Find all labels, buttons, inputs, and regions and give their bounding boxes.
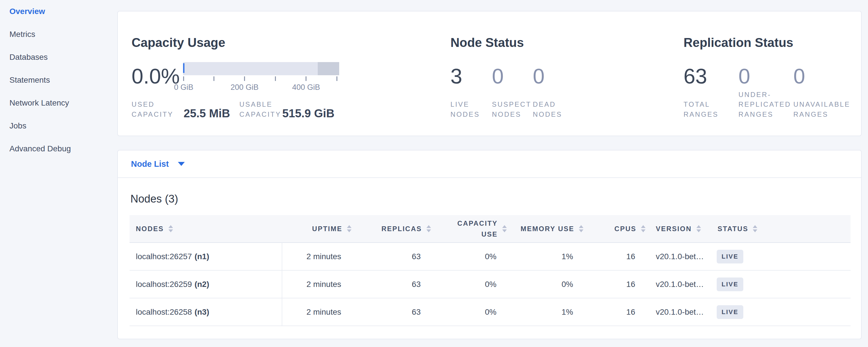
cpus-cell: 16 <box>583 298 646 326</box>
unavailable-ranges-label-line2: RANGES <box>793 111 828 118</box>
table-row-node-3[interactable]: localhost:26258(n3) 2 minutes 63 0% 1% 1… <box>129 298 850 326</box>
dead-nodes-label-line2: NODES <box>533 111 562 118</box>
used-capacity-label-line1: USED <box>131 100 155 108</box>
axis-label-200gib: 200 GiB <box>230 83 258 92</box>
sort-icon <box>641 225 646 232</box>
capacity-usage-title: Capacity Usage <box>131 35 225 50</box>
status-cell: LIVE <box>707 270 850 298</box>
cpus-cell: 16 <box>583 243 646 270</box>
sort-icon <box>347 225 351 232</box>
column-label-version: VERSION <box>656 225 692 233</box>
version-cell: v20.1.0-bet… <box>646 298 707 326</box>
column-header-nodes[interactable]: NODES <box>129 215 282 243</box>
capacity-usage-bar: 0 GiB 200 GiB 400 GiB <box>183 62 339 92</box>
sort-icon <box>579 225 583 232</box>
capacity-bar-track <box>183 62 339 75</box>
replication-status-title: Replication Status <box>684 35 793 50</box>
suspect-nodes-label-line2: NODES <box>492 111 521 118</box>
capacity-use-cell: 0% <box>431 270 507 298</box>
capacity-used-percent: 0.0% <box>131 66 180 87</box>
column-header-memory-use[interactable]: MEMORY USE <box>507 215 583 243</box>
live-nodes-label-line1: LIVE <box>451 100 469 108</box>
table-header-row: NODES UPTIME REPLICAS <box>129 215 850 243</box>
node-address: localhost:26257 <box>136 252 192 261</box>
sidebar-item-statements[interactable]: Statements <box>9 69 71 92</box>
sort-icon <box>502 225 507 232</box>
sidebar-item-network-latency[interactable]: Network Latency <box>9 92 71 115</box>
live-nodes-label: LIVE NODES <box>451 99 480 120</box>
unavailable-ranges-label: UNAVAILABLE RANGES <box>793 99 850 120</box>
replicas-cell: 63 <box>351 298 431 326</box>
dead-nodes-label-line1: DEAD <box>533 100 556 108</box>
suspect-nodes-label: SUSPECT NODES <box>492 99 531 120</box>
column-label-status: STATUS <box>718 225 748 233</box>
axis-tick <box>306 76 307 81</box>
status-badge: LIVE <box>717 278 743 291</box>
column-label-nodes: NODES <box>136 225 164 233</box>
node-address-cell[interactable]: localhost:26257(n1) <box>129 243 282 270</box>
total-ranges-label: TOTAL RANGES <box>684 99 718 120</box>
live-nodes-count: 3 <box>451 66 462 87</box>
column-header-uptime[interactable]: UPTIME <box>282 215 351 243</box>
sidebar-nav: Overview Metrics Databases Statements Ne… <box>9 0 71 160</box>
sidebar-item-advanced-debug[interactable]: Advanced Debug <box>9 137 71 160</box>
table-row-node-2[interactable]: localhost:26259(n2) 2 minutes 63 0% 0% 1… <box>129 270 850 298</box>
sidebar-item-metrics[interactable]: Metrics <box>9 23 71 46</box>
node-address-cell[interactable]: localhost:26259(n2) <box>129 270 282 298</box>
total-ranges-count: 63 <box>684 66 707 87</box>
uptime-cell: 2 minutes <box>282 243 351 270</box>
capacity-use-cell: 0% <box>431 298 507 326</box>
usable-capacity-value: 515.9 GiB <box>282 107 334 120</box>
status-badge: LIVE <box>717 250 743 263</box>
node-list-dropdown-label: Node List <box>131 159 169 169</box>
status-cell: LIVE <box>707 243 850 270</box>
axis-label-0gib: 0 GiB <box>174 83 193 92</box>
nodes-heading: Nodes (3) <box>130 193 178 205</box>
node-status-title: Node Status <box>451 35 524 50</box>
live-nodes-label-line2: NODES <box>451 111 480 118</box>
cpus-cell: 16 <box>583 270 646 298</box>
sidebar: Overview Metrics Databases Statements Ne… <box>0 0 117 347</box>
replicas-cell: 63 <box>351 270 431 298</box>
under-replicated-label-line2: REPLICATED <box>739 100 791 108</box>
dead-nodes-count: 0 <box>533 66 545 87</box>
memory-use-cell: 1% <box>507 298 583 326</box>
suspect-nodes-count: 0 <box>492 66 504 87</box>
axis-tick <box>213 76 214 81</box>
under-replicated-ranges-label: UNDER- REPLICATED RANGES <box>739 90 791 120</box>
axis-tick <box>183 76 184 81</box>
version-cell: v20.1.0-bet… <box>646 243 707 270</box>
under-replicated-ranges-count: 0 <box>739 66 750 87</box>
overview-page: Overview Metrics Databases Statements Ne… <box>0 0 868 347</box>
used-capacity-label-line2: CAPACITY <box>131 111 173 118</box>
node-list-dropdown[interactable]: Node List <box>118 151 861 178</box>
axis-label-400gib: 400 GiB <box>292 83 320 92</box>
table-row-node-1[interactable]: localhost:26257(n1) 2 minutes 63 0% 1% 1… <box>129 243 850 270</box>
column-header-version[interactable]: VERSION <box>646 215 707 243</box>
axis-tick <box>337 76 338 81</box>
unavailable-ranges-count: 0 <box>793 66 805 87</box>
uptime-cell: 2 minutes <box>282 270 351 298</box>
column-header-replicas[interactable]: REPLICAS <box>351 215 431 243</box>
cluster-summary-panel: Capacity Usage 0.0% 0 GiB 200 GiB 400 Gi… <box>117 11 862 136</box>
sidebar-item-databases[interactable]: Databases <box>9 46 71 69</box>
sidebar-item-overview[interactable]: Overview <box>9 0 71 23</box>
node-id: (n3) <box>194 308 209 316</box>
replicas-cell: 63 <box>351 243 431 270</box>
status-badge: LIVE <box>717 305 743 319</box>
chevron-down-icon <box>178 162 185 166</box>
capacity-use-cell: 0% <box>431 243 507 270</box>
status-cell: LIVE <box>707 298 850 326</box>
column-label-uptime: UPTIME <box>312 225 342 233</box>
nodes-table: NODES UPTIME REPLICAS <box>129 215 850 326</box>
capacity-bar-used-marker <box>183 63 184 73</box>
column-header-status[interactable]: STATUS <box>707 215 850 243</box>
capacity-bar-other-segment <box>318 62 339 75</box>
column-header-capacity-use[interactable]: CAPACITY USE <box>431 215 507 243</box>
node-address-cell[interactable]: localhost:26258(n3) <box>129 298 282 326</box>
under-replicated-label-line3: RANGES <box>739 111 773 118</box>
usable-capacity-label-line2: CAPACITY <box>239 111 281 118</box>
sidebar-item-jobs[interactable]: Jobs <box>9 115 71 137</box>
sort-icon <box>427 225 431 232</box>
column-header-cpus[interactable]: CPUS <box>583 215 646 243</box>
